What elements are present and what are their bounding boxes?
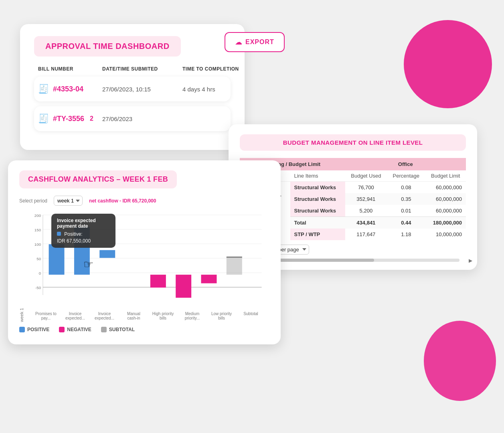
chart-area: week 1 Invoice expectedpayment date Posi… bbox=[19, 210, 269, 322]
col-header-time: TIME TO COMPLETION bbox=[182, 66, 247, 72]
svg-text:50: 50 bbox=[36, 257, 41, 261]
cursor-icon: ☞ bbox=[83, 258, 93, 271]
chart-legend: POSITIVE NEGATIVE SUBTOTAL bbox=[19, 327, 269, 332]
svg-text:0: 0 bbox=[39, 271, 41, 275]
budget-used-1: 76,700 bbox=[345, 182, 387, 194]
line-item-partial: STP / WTP bbox=[290, 229, 345, 240]
scroll-right-arrow[interactable]: ▶ bbox=[469, 258, 472, 263]
x-label-3: Invoiceexpected... bbox=[91, 312, 119, 320]
approval-title-box: APPROVAL TIME DASHBOARD bbox=[34, 36, 181, 57]
tooltip-title: Invoice expectedpayment date bbox=[57, 218, 110, 229]
total-label: Total bbox=[290, 217, 345, 229]
cashflow-card: CASHFLOW ANALYTICS – WEEK 1 FEB Select p… bbox=[8, 160, 281, 344]
total-budget-limit: 180,000,000 bbox=[425, 217, 466, 229]
legend-dot-negative bbox=[59, 327, 65, 332]
legend-positive: POSITIVE bbox=[19, 327, 49, 332]
budget-limit-2: 60,000,000 bbox=[425, 193, 466, 205]
x-label-1: Promises topay... bbox=[32, 312, 60, 320]
col-header-date: DATE/TIME SUBMITED bbox=[102, 66, 182, 72]
tooltip-dot bbox=[57, 232, 61, 236]
decorative-blob-bottom bbox=[424, 321, 496, 401]
y-axis-label: week 1 bbox=[19, 210, 24, 322]
bar-5 bbox=[176, 275, 191, 297]
main-container: APPROVAL TIME DASHBOARD BILL NUMBER DATE… bbox=[0, 0, 504, 433]
pct-partial: 1.18 bbox=[387, 229, 425, 240]
svg-text:200: 200 bbox=[34, 213, 41, 218]
cashflow-title: CASHFLOW ANALYTICS – WEEK 1 FEB bbox=[28, 175, 168, 183]
col-percentage: Percentage bbox=[387, 170, 425, 182]
approval-title: APPROVAL TIME DASHBOARD bbox=[45, 42, 170, 51]
bar-3-top bbox=[99, 250, 115, 258]
legend-dot-positive bbox=[19, 327, 25, 332]
legend-label-negative: NEGATIVE bbox=[67, 327, 91, 332]
col-budget-used: Budget Used bbox=[345, 170, 387, 182]
bill-date-1: 27/06/2023, 10:15 bbox=[102, 86, 182, 93]
bar-6 bbox=[201, 275, 217, 283]
col-budget-limit: Budget Limit bbox=[425, 170, 466, 182]
decorative-blob-top bbox=[404, 20, 492, 108]
tooltip-legend-label: Positive: bbox=[64, 231, 82, 237]
col-header-bill: BILL NUMBER bbox=[38, 66, 102, 72]
bill-number-cell-1: 🧾 #4353-04 bbox=[38, 84, 102, 94]
period-select[interactable]: week 1 week 2 week 3 week 4 bbox=[54, 196, 83, 206]
legend-label-subtotal: SUBTOTAL bbox=[109, 327, 135, 332]
budget-limit-3: 60,000,000 bbox=[425, 205, 466, 217]
budget-used-2: 352,941 bbox=[345, 193, 387, 205]
x-label-4: Manualcash-in bbox=[120, 312, 148, 320]
x-label-2: Invoiceexpected... bbox=[61, 312, 89, 320]
svg-text:150: 150 bbox=[34, 228, 41, 232]
svg-text:100: 100 bbox=[34, 242, 41, 247]
bill-number-cell-2: 🧾 #TY-3556 2 bbox=[38, 113, 102, 124]
x-label-8: Subtotal bbox=[237, 312, 265, 320]
budget-limit-partial: 10,000,000 bbox=[425, 229, 466, 240]
budget-title: BUDGET MANAGEMENT ON LINE ITEM LEVEL bbox=[249, 139, 457, 146]
legend-label-positive: POSITIVE bbox=[27, 327, 49, 332]
line-item-cell-2: Structural Works bbox=[290, 193, 345, 205]
cashflow-controls: Select period week 1 week 2 week 3 week … bbox=[19, 196, 269, 206]
total-budget-used: 434,841 bbox=[345, 217, 387, 229]
bill-row-1: 🧾 #4353-04 27/06/2023, 10:15 4 days 4 hr… bbox=[34, 77, 231, 101]
legend-negative: NEGATIVE bbox=[59, 327, 91, 332]
chart-inner: Invoice expectedpayment date Positive: I… bbox=[27, 210, 269, 322]
pct-2: 0.35 bbox=[387, 193, 425, 205]
legend-subtotal: SUBTOTAL bbox=[101, 327, 135, 332]
bill-icon-2: 🧾 bbox=[38, 113, 49, 124]
budget-used-partial: 117,647 bbox=[345, 229, 387, 240]
col-line-items: Line Items bbox=[290, 170, 345, 182]
line-item-cell-1: Structural Works bbox=[290, 182, 345, 194]
cloud-upload-icon: ☁ bbox=[235, 38, 242, 47]
x-label-6: Mediumpriority... bbox=[178, 312, 206, 320]
line-item-cell-3: Structural Works bbox=[290, 205, 345, 217]
x-label-5: High prioritybills bbox=[149, 312, 177, 320]
bill-date-2: 27/06/2023 bbox=[102, 115, 182, 122]
bill-icon-1: 🧾 bbox=[38, 84, 49, 94]
budget-title-box: BUDGET MANAGEMENT ON LINE ITEM LEVEL bbox=[240, 134, 466, 151]
bill-suffix: 2 bbox=[90, 115, 93, 122]
net-cashflow-badge: net cashflow - IDR 65,720,000 bbox=[89, 198, 156, 204]
tooltip-value: IDR 67,550,000 bbox=[57, 238, 110, 244]
export-button[interactable]: ☁ EXPORT bbox=[225, 32, 285, 52]
svg-text:-50: -50 bbox=[35, 285, 41, 290]
approval-card: APPROVAL TIME DASHBOARD BILL NUMBER DATE… bbox=[20, 24, 245, 150]
bar-4 bbox=[150, 275, 166, 287]
tooltip-legend: Positive: bbox=[57, 231, 110, 237]
office-header-cell: Office bbox=[345, 158, 466, 170]
tooltip-box: Invoice expectedpayment date Positive: I… bbox=[51, 214, 115, 248]
bill-number-2: #TY-3556 bbox=[53, 115, 84, 123]
bill-row-2: 🧾 #TY-3556 2 27/06/2023 bbox=[34, 106, 231, 131]
x-label-7: Low prioritybills bbox=[208, 312, 236, 320]
total-pct: 0.44 bbox=[387, 217, 425, 229]
select-period-label: Select period bbox=[19, 198, 47, 204]
bar-subtotal bbox=[227, 257, 242, 275]
pct-3: 0.01 bbox=[387, 205, 425, 217]
cashflow-title-box: CASHFLOW ANALYTICS – WEEK 1 FEB bbox=[19, 170, 177, 188]
budget-limit-1: 60,000,000 bbox=[425, 182, 466, 194]
pct-1: 0.08 bbox=[387, 182, 425, 194]
approval-table-headers: BILL NUMBER DATE/TIME SUBMITED TIME TO C… bbox=[34, 66, 231, 72]
bar-1 bbox=[49, 244, 65, 275]
legend-dot-subtotal bbox=[101, 327, 107, 332]
export-label: EXPORT bbox=[245, 38, 274, 46]
budget-used-3: 5,200 bbox=[345, 205, 387, 217]
bill-number-1: #4353-04 bbox=[53, 85, 83, 93]
bill-time-1: 4 days 4 hrs bbox=[182, 86, 247, 93]
